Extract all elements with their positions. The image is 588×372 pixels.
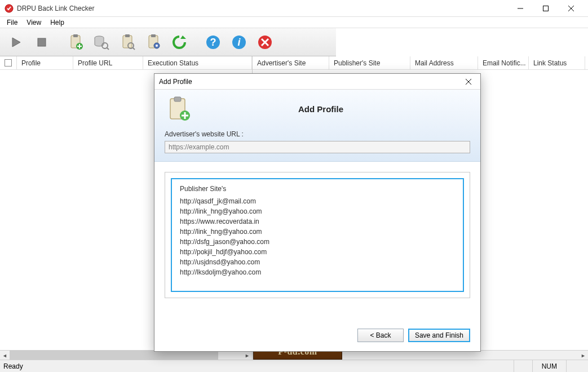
scroll-thumb[interactable]	[10, 351, 218, 360]
edit-profile-button[interactable]	[115, 30, 140, 54]
svg-rect-6	[38, 38, 46, 46]
minimize-button[interactable]	[507, 1, 533, 16]
publisher-url: http://dsfg_jason@yahoo.com	[180, 237, 455, 247]
titlebar: DRPU Back Link Checker	[0, 0, 588, 17]
dialog-header-title: Add Profile	[200, 104, 470, 114]
publisher-box: Publisher Site's http://qasdf_jk@mail.co…	[165, 172, 470, 298]
table-left-header: Profile Profile URL Execution Status	[0, 56, 252, 70]
help-button[interactable]: ?	[201, 30, 226, 54]
refresh-button[interactable]	[167, 30, 192, 54]
col-link-status[interactable]: Link Status	[529, 56, 585, 69]
publisher-url: http://link_hng@yahoo.com	[180, 227, 455, 237]
scroll-right-arrow-icon[interactable]: ►	[578, 351, 588, 360]
col-mail[interactable]: Mail Address	[410, 56, 478, 69]
status-empty1	[514, 360, 532, 372]
col-publisher[interactable]: Publisher's Site	[329, 56, 410, 69]
menu-view[interactable]: View	[22, 17, 46, 28]
database-button[interactable]	[89, 30, 114, 54]
col-advertiser[interactable]: Advertiser's Site	[253, 56, 329, 69]
toolbar: ? i	[0, 28, 336, 56]
statusbar: Ready NUM	[0, 360, 588, 372]
publisher-url: http://link_hng@yahoo.com	[180, 206, 455, 216]
status-empty2	[566, 360, 585, 372]
dialog-body: Publisher Site's http://qasdf_jk@mail.co…	[154, 162, 480, 329]
add-profile-dialog: Add Profile Add Profile Advertiser's web…	[154, 73, 481, 352]
back-button[interactable]: < Back	[357, 329, 404, 342]
table-right-header: Advertiser's Site Publisher's Site Mail …	[253, 56, 588, 70]
checkbox-icon[interactable]	[5, 59, 12, 67]
add-profile-button[interactable]	[63, 30, 88, 54]
play-button[interactable]	[3, 30, 28, 54]
svg-rect-20	[151, 34, 156, 37]
profile-settings-button[interactable]	[141, 30, 166, 54]
publisher-header: Publisher Site's	[180, 185, 455, 193]
publisher-url: http://lksdoljm@yahoo.com	[180, 267, 455, 277]
maximize-button[interactable]	[533, 1, 558, 16]
svg-rect-34	[174, 97, 181, 101]
svg-line-14	[107, 47, 109, 50]
publisher-url: http://pokjil_hdjf@yahoo.com	[180, 247, 455, 257]
publisher-url: http://qasdf_jk@mail.com	[180, 196, 455, 206]
svg-marker-23	[180, 36, 186, 39]
save-finish-button[interactable]: Save and Finish	[408, 329, 470, 342]
close-button[interactable]	[558, 1, 583, 16]
publisher-url: https://www.recoverdata.in	[180, 216, 455, 227]
svg-point-22	[156, 45, 158, 47]
status-ready: Ready	[3, 362, 23, 370]
col-exec-status[interactable]: Execution Status	[143, 56, 252, 69]
advertiser-url-input[interactable]	[165, 141, 470, 153]
menubar: File View Help	[0, 17, 588, 28]
dialog-close-button[interactable]	[461, 76, 476, 88]
publisher-list[interactable]: Publisher Site's http://qasdf_jk@mail.co…	[171, 178, 464, 292]
col-email-notif[interactable]: Email Notific...	[478, 56, 529, 69]
window-title: DRPU Back Link Checker	[17, 5, 507, 12]
dialog-title: Add Profile	[159, 78, 461, 86]
scroll-left-arrow-icon[interactable]: ◄	[0, 351, 10, 360]
col-profile[interactable]: Profile	[17, 56, 73, 69]
svg-rect-8	[73, 34, 78, 37]
menu-help[interactable]: Help	[46, 17, 69, 28]
dialog-titlebar[interactable]: Add Profile	[154, 74, 480, 90]
stop-button[interactable]	[29, 30, 54, 54]
dialog-footer: < Back Save and Finish	[154, 329, 480, 351]
col-checkbox[interactable]	[0, 56, 17, 69]
scroll-right-arrow-icon[interactable]: ►	[242, 351, 252, 360]
clipboard-add-icon	[165, 95, 192, 122]
status-num: NUM	[532, 360, 566, 372]
publisher-url: http://usjdnsd@yahoo.com	[180, 257, 455, 267]
svg-marker-5	[12, 38, 20, 47]
cancel-button[interactable]	[253, 30, 277, 54]
svg-rect-2	[543, 6, 548, 11]
svg-text:?: ?	[210, 37, 216, 48]
info-button[interactable]: i	[227, 30, 251, 54]
app-icon	[5, 4, 14, 13]
url-label: Advertiser's website URL :	[165, 130, 470, 138]
svg-line-18	[132, 47, 135, 50]
col-profile-url[interactable]: Profile URL	[73, 56, 143, 69]
menu-file[interactable]: File	[2, 17, 22, 28]
dialog-header: Add Profile Advertiser's website URL :	[154, 90, 480, 162]
svg-rect-15	[123, 36, 132, 48]
svg-rect-16	[125, 34, 130, 37]
